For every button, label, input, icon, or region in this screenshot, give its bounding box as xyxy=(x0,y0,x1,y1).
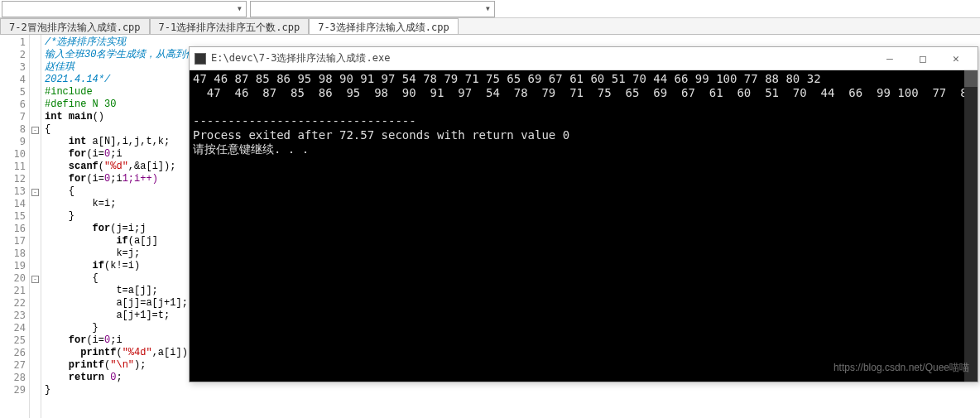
line-number: 14 xyxy=(0,198,26,210)
fold-gutter: --- xyxy=(30,35,41,418)
code-line[interactable]: k=i; xyxy=(45,198,187,210)
code-line[interactable]: for(i=0;i xyxy=(45,148,187,161)
line-number: 5 xyxy=(0,86,26,98)
dropdown-left[interactable] xyxy=(2,1,247,17)
line-number: 10 xyxy=(0,148,26,161)
line-number: 7 xyxy=(0,111,26,123)
line-number: 11 xyxy=(0,161,26,173)
code-line[interactable]: 赵佳琪 xyxy=(45,61,187,74)
code-line[interactable]: for(i=0;i1;i++) xyxy=(45,173,187,185)
code-line[interactable]: scanf("%d",&a[i]); xyxy=(45,161,187,173)
code-line[interactable]: { xyxy=(45,185,187,198)
file-tab[interactable]: 7-1选择排序法排序五个数.cpp xyxy=(150,18,310,34)
code-line[interactable]: if(a[j] xyxy=(45,235,187,247)
code-line[interactable]: 输入全班30名学生成绩，从高到低排序，输出排序后的成绩 xyxy=(45,49,187,61)
code-line[interactable]: } xyxy=(45,322,187,334)
line-number: 19 xyxy=(0,260,26,272)
minimize-button[interactable]: — xyxy=(873,50,906,68)
code-line[interactable]: 2021.4.14*/ xyxy=(45,74,187,86)
line-number: 13 xyxy=(0,185,26,198)
line-number-gutter: 1234567891011121314151617181920212223242… xyxy=(0,35,30,418)
watermark-text: https://blog.csdn.net/Quee喵喵 xyxy=(833,361,969,375)
code-line[interactable]: t=a[j]; xyxy=(45,285,187,297)
line-number: 15 xyxy=(0,210,26,223)
toolbar-dropdowns xyxy=(0,0,980,18)
line-number: 22 xyxy=(0,297,26,310)
line-number: 9 xyxy=(0,136,26,148)
code-line[interactable]: if(k!=i) xyxy=(45,260,187,272)
line-number: 21 xyxy=(0,285,26,297)
code-line[interactable]: for(i=0;i xyxy=(45,334,187,347)
code-line[interactable]: { xyxy=(45,272,187,285)
line-number: 27 xyxy=(0,359,26,372)
fold-toggle-icon[interactable]: - xyxy=(31,189,39,196)
console-titlebar[interactable]: E:\devc\7-3选择排序法输入成绩.exe — □ ✕ xyxy=(190,47,978,70)
code-line[interactable]: int a[N],i,j,t,k; xyxy=(45,136,187,148)
line-number: 26 xyxy=(0,347,26,359)
line-number: 20 xyxy=(0,272,26,285)
code-line[interactable]: for(j=i;j xyxy=(45,223,187,235)
line-number: 17 xyxy=(0,235,26,247)
line-number: 8 xyxy=(0,123,26,136)
line-number: 6 xyxy=(0,98,26,111)
code-line[interactable]: #define N 30 xyxy=(45,98,187,111)
line-number: 29 xyxy=(0,384,26,396)
line-number: 4 xyxy=(0,74,26,86)
code-line[interactable]: #include xyxy=(45,86,187,98)
line-number: 12 xyxy=(0,173,26,185)
file-tab[interactable]: 7-3选择排序法输入成绩.cpp xyxy=(309,18,459,34)
code-line[interactable]: k=j; xyxy=(45,247,187,260)
line-number: 25 xyxy=(0,334,26,347)
code-line[interactable]: int main() xyxy=(45,111,187,123)
code-line[interactable]: a[j]=a[j+1]; xyxy=(45,297,187,310)
code-content[interactable]: /*选择排序法实现输入全班30名学生成绩，从高到低排序，输出排序后的成绩赵佳琪2… xyxy=(41,35,190,418)
fold-toggle-icon[interactable]: - xyxy=(31,276,39,283)
line-number: 1 xyxy=(0,36,26,49)
file-tabs: 7-2冒泡排序法输入成绩.cpp7-1选择排序法排序五个数.cpp7-3选择排序… xyxy=(0,18,980,35)
code-line[interactable]: printf("\n"); xyxy=(45,359,187,372)
line-number: 18 xyxy=(0,247,26,260)
code-line[interactable]: } xyxy=(45,384,187,396)
line-number: 3 xyxy=(0,61,26,74)
code-line[interactable]: { xyxy=(45,123,187,136)
maximize-button[interactable]: □ xyxy=(906,50,939,68)
file-tab[interactable]: 7-2冒泡排序法输入成绩.cpp xyxy=(0,18,150,34)
line-number: 24 xyxy=(0,322,26,334)
code-line[interactable]: /*选择排序法实现 xyxy=(45,36,187,49)
line-number: 2 xyxy=(0,49,26,61)
line-number: 23 xyxy=(0,310,26,322)
dropdown-right[interactable] xyxy=(250,1,495,17)
line-number: 28 xyxy=(0,372,26,384)
code-line[interactable]: a[j+1]=t; xyxy=(45,310,187,322)
code-line[interactable]: return 0; xyxy=(45,372,187,384)
console-window: E:\devc\7-3选择排序法输入成绩.exe — □ ✕ 47 46 87 … xyxy=(189,46,978,382)
console-text: 47 46 87 85 86 95 98 90 91 97 54 78 79 7… xyxy=(193,72,974,156)
console-title: E:\devc\7-3选择排序法输入成绩.exe xyxy=(211,51,873,65)
fold-toggle-icon[interactable]: - xyxy=(31,127,39,134)
scrollbar-thumb[interactable] xyxy=(964,70,978,87)
code-line[interactable]: printf("%4d",a[i]); xyxy=(45,347,187,359)
console-scrollbar[interactable] xyxy=(964,70,978,382)
code-line[interactable]: } xyxy=(45,210,187,223)
console-output[interactable]: 47 46 87 85 86 95 98 90 91 97 54 78 79 7… xyxy=(190,70,978,382)
close-button[interactable]: ✕ xyxy=(939,50,973,68)
console-icon xyxy=(195,53,206,65)
line-number: 16 xyxy=(0,223,26,235)
